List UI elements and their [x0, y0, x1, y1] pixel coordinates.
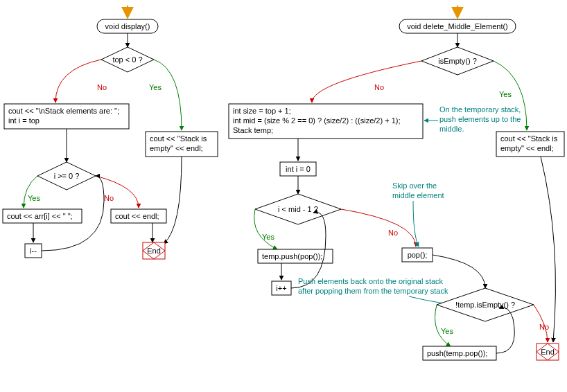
box-init-line3: Stack temp;	[233, 126, 273, 134]
box-init-line2: int mid = (size % 2 == 0) ? (size/2) : (…	[233, 116, 400, 125]
svg-text:Skip over the: Skip over the	[392, 181, 437, 190]
box-i0-text: int i = 0	[286, 165, 311, 173]
box-print-text: cout << arr[i] << " ";	[7, 212, 73, 220]
label-no-1: No	[97, 83, 107, 91]
edge-empty-to-end	[164, 157, 182, 244]
edge-isempty-no	[312, 61, 421, 103]
box-empty-left: cout << "Stack is empty" << endl;	[146, 132, 218, 157]
edge-top-no	[55, 60, 101, 103]
box-empty-right-line1: cout << "Stack is	[500, 134, 558, 143]
box-empty-right-line2: empty" << endl;	[500, 144, 554, 152]
box-pop-text: pop();	[408, 251, 428, 259]
box-init: int size = top + 1; int mid = (size % 2 …	[229, 104, 423, 139]
start-right: void delete_Middle_Element()	[399, 19, 516, 33]
label-no-2: No	[104, 194, 114, 202]
decision-isempty: isEmpty() ?	[421, 47, 494, 75]
label-yes-1: Yes	[149, 83, 162, 91]
edge-temp-yes	[435, 305, 451, 346]
end-left-text: End	[147, 247, 161, 255]
box-ipp: i++	[272, 281, 291, 295]
label-yes-2: Yes	[28, 194, 40, 202]
box-init-line1: int size = top + 1;	[233, 107, 291, 115]
svg-text:middle element: middle element	[392, 191, 444, 199]
decision-isempty-text: isEmpty() ?	[438, 57, 477, 65]
edge-mid-no	[341, 209, 416, 247]
start-left: void display()	[97, 19, 158, 33]
decision-mid-text: i < mid - 1 ?	[278, 205, 318, 213]
box-empty-right: cout << "Stack is empty" << endl;	[496, 132, 564, 157]
box-endl-text: cout << endl;	[115, 212, 159, 220]
svg-text:middle.: middle.	[439, 125, 464, 133]
box-push: temp.push(pop());	[258, 249, 333, 263]
svg-text:push elements up to the: push elements up to the	[439, 115, 521, 123]
box-empty-left-line1: cout << "Stack is	[150, 134, 207, 143]
edge-loop-no	[96, 176, 139, 208]
end-right: End	[537, 344, 559, 360]
box-print: cout << arr[i] << " ";	[3, 209, 82, 223]
comment-2: Skip over the middle element	[392, 181, 444, 199]
box-pushback-text: push(temp.pop());	[427, 349, 487, 357]
label-no-5: No	[539, 323, 549, 331]
start-left-text: void display()	[105, 22, 150, 30]
end-left: End	[143, 242, 165, 259]
box-iminus: i--	[25, 244, 42, 258]
decision-temp-text: !temp.isEmpty() ?	[455, 301, 515, 309]
box-elements-line1: cout << "\nStack elements are: ";	[8, 107, 119, 115]
decision-top: top < 0 ?	[101, 47, 154, 72]
label-no-3: No	[374, 83, 384, 91]
label-yes-3: Yes	[499, 90, 512, 98]
edge-top-yes	[154, 60, 182, 130]
edge-loop-yes	[24, 176, 37, 208]
start-right-text: void delete_Middle_Element()	[407, 22, 508, 30]
svg-text:after popping them from the te: after popping them from the temporary st…	[298, 287, 448, 295]
comment-2-arrow	[413, 201, 419, 247]
comment-1: On the temporary stack, push elements up…	[439, 105, 521, 133]
box-iminus-text: i--	[30, 247, 37, 255]
label-no-4: No	[388, 229, 398, 237]
svg-text:On the temporary stack,: On the temporary stack,	[439, 105, 521, 114]
comment-3: Push elements back onto the original sta…	[298, 277, 448, 295]
box-push-text: temp.push(pop());	[262, 252, 322, 260]
label-yes-5: Yes	[441, 327, 453, 335]
decision-loop: i >= 0 ?	[37, 162, 96, 190]
decision-temp: !temp.isEmpty() ?	[437, 288, 534, 321]
decision-loop-text: i >= 0 ?	[54, 172, 80, 180]
box-empty-left-line2: empty" << endl;	[150, 144, 203, 152]
decision-top-text: top < 0 ?	[112, 55, 142, 64]
end-right-text: End	[541, 348, 555, 356]
label-yes-4: Yes	[262, 233, 274, 241]
box-pop: pop();	[402, 248, 433, 262]
box-pushback: push(temp.pop());	[423, 346, 496, 360]
box-i0: int i = 0	[280, 162, 316, 176]
box-elements-line2: int i = top	[8, 116, 40, 125]
box-ipp-text: i++	[276, 284, 286, 292]
box-elements: cout << "\nStack elements are: "; int i …	[4, 104, 129, 129]
box-endl: cout << endl;	[111, 209, 166, 223]
edge-empty-right-to-end	[541, 157, 555, 342]
decision-mid: i < mid - 1 ?	[255, 194, 341, 224]
svg-text:Push elements back onto the or: Push elements back onto the original sta…	[298, 277, 444, 285]
